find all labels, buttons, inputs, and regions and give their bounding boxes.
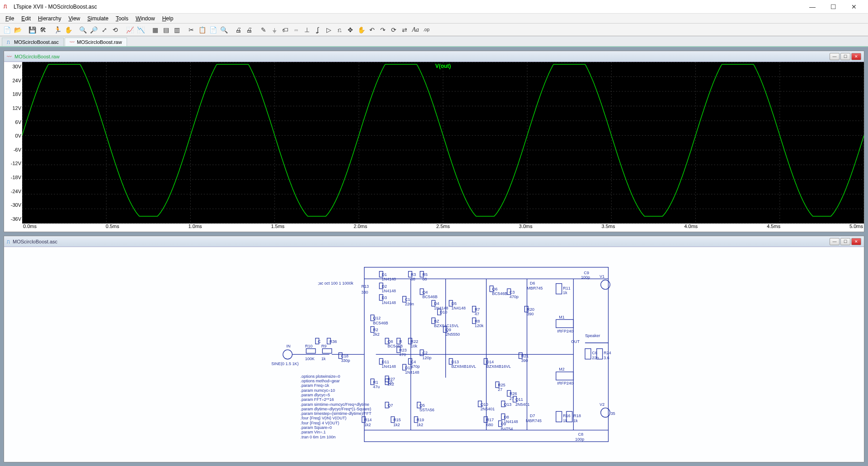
svg-text:1k: 1k xyxy=(321,357,326,361)
menu-file[interactable]: File xyxy=(2,14,18,23)
paste-button[interactable]: 📄 xyxy=(208,25,218,35)
resistor-button[interactable]: ⎓ xyxy=(291,25,301,35)
inductor-button[interactable]: ʆ xyxy=(313,25,323,35)
print-button[interactable]: 🖨 xyxy=(233,25,243,35)
save-button[interactable]: 💾 xyxy=(27,25,37,35)
svg-rect-31 xyxy=(322,349,332,353)
menu-tools[interactable]: Tools xyxy=(112,14,132,23)
menu-hierarchy[interactable]: Hierarchy xyxy=(34,14,65,23)
autorange-button[interactable]: 📈 xyxy=(125,25,135,35)
waveform-minimize-button[interactable]: — xyxy=(830,53,840,60)
menu-simulate[interactable]: Simulate xyxy=(84,14,112,23)
mdi-workspace: 〰 MOScircloBoost.raw — ☐ ✕ 30V 24V 18V 1… xyxy=(0,47,868,466)
pick-visible-traces-button[interactable]: 📉 xyxy=(136,25,146,35)
tab-label: MOScircloBoost.asc xyxy=(14,39,59,45)
tab-label: MOScircloBoost.raw xyxy=(77,39,122,45)
ground-button[interactable]: ⏚ xyxy=(269,25,279,35)
svg-text:;ac oct 100 1 1000k: ;ac oct 100 1 1000k xyxy=(318,281,354,285)
svg-text:C8: C8 xyxy=(578,432,584,437)
copy-button[interactable]: 📋 xyxy=(197,25,207,35)
svg-rect-28 xyxy=(306,349,316,353)
schematic-maximize-button[interactable]: ☐ xyxy=(840,238,850,245)
svg-text:.param FFT=2**16: .param FFT=2**16 xyxy=(300,397,334,402)
svg-text:1N4148: 1N4148 xyxy=(382,277,396,281)
close-button[interactable]: ✕ xyxy=(844,0,864,14)
svg-text:R1: R1 xyxy=(373,380,378,385)
svg-text:BZX84B16VL: BZX84B16VL xyxy=(452,364,476,369)
menu-window[interactable]: Window xyxy=(132,14,159,23)
minimize-button[interactable]: — xyxy=(802,0,823,14)
schematic-titlebar[interactable]: ⎍ MOScircloBoost.asc — ☐ ✕ xyxy=(4,236,864,247)
waveform-titlebar[interactable]: 〰 MOScircloBoost.raw — ☐ ✕ xyxy=(4,51,864,62)
svg-text:27: 27 xyxy=(509,396,514,401)
svg-text:SSTA56: SSTA56 xyxy=(420,408,434,412)
schematic-svg: SINE(0 1.5 1K) IN R10100K R91k D11N4148D… xyxy=(4,247,864,462)
schematic-icon: ⎍ xyxy=(7,39,12,45)
svg-text:D5: D5 xyxy=(452,301,457,306)
capacitor-button[interactable]: ⊥ xyxy=(302,25,312,35)
text-button[interactable]: Aa xyxy=(410,25,420,35)
maximize-button[interactable]: ☐ xyxy=(823,0,844,14)
waveform-close-button[interactable]: ✕ xyxy=(851,53,861,60)
cascade-windows-button[interactable]: ▤ xyxy=(161,25,171,35)
zoom-back-button[interactable]: ⟲ xyxy=(110,25,120,35)
label-net-button[interactable]: 🏷 xyxy=(280,25,290,35)
y-tick: -12V xyxy=(4,161,21,166)
undo-button[interactable]: ↶ xyxy=(367,25,377,35)
mirror-button[interactable]: ⇄ xyxy=(400,25,410,35)
y-tick: 24V xyxy=(4,78,21,83)
schematic-close-button[interactable]: ✕ xyxy=(851,238,861,245)
plot-body: 30V 24V 18V 12V 6V 0V -6V -12V -18V -24V… xyxy=(4,62,864,223)
svg-text:R10: R10 xyxy=(305,344,312,348)
drag-button[interactable]: ✋ xyxy=(356,25,366,35)
tile-windows-button[interactable]: ▦ xyxy=(150,25,160,35)
redo-button[interactable]: ↷ xyxy=(378,25,388,35)
window-title: LTspice XVII - MOScircloBoost.asc xyxy=(14,4,802,10)
svg-text:100p: 100p xyxy=(581,275,590,280)
control-panel-button[interactable]: 🛠 xyxy=(38,25,48,35)
svg-text:.param Vin=.1: .param Vin=.1 xyxy=(300,430,326,434)
x-tick: 2.5ms xyxy=(436,223,450,232)
move-button[interactable]: ✥ xyxy=(345,25,355,35)
menu-help[interactable]: Help xyxy=(159,14,177,23)
svg-point-228 xyxy=(601,280,610,290)
zoom-in-button[interactable]: 🔍 xyxy=(78,25,88,35)
schematic-minimize-button[interactable]: — xyxy=(830,238,840,245)
spice-directive-button[interactable]: .op xyxy=(421,25,431,35)
menu-view[interactable]: View xyxy=(65,14,84,23)
new-schematic-button[interactable]: 📄 xyxy=(2,25,12,35)
open-button[interactable]: 📂 xyxy=(13,25,23,35)
plot-x-axis[interactable]: 0.0ms 0.5ms 1.0ms 1.5ms 2.0ms 2.5ms 3.0m… xyxy=(22,223,864,232)
svg-text:27: 27 xyxy=(498,388,502,392)
svg-text:2N5550: 2N5550 xyxy=(446,332,460,337)
svg-text:330: 330 xyxy=(361,290,368,295)
halt-button[interactable]: ✋ xyxy=(63,25,73,35)
print-setup-button[interactable]: 🖨 xyxy=(244,25,254,35)
tab-waveform[interactable]: 〰 MOScircloBoost.raw xyxy=(65,38,127,46)
zoom-extents-button[interactable]: ⤢ xyxy=(99,25,109,35)
component-button[interactable]: ⎌ xyxy=(335,25,344,35)
rotate-button[interactable]: ⟳ xyxy=(389,25,399,35)
run-button[interactable]: 🏃 xyxy=(52,25,62,35)
find-button[interactable]: 🔍 xyxy=(219,25,229,35)
waveform-maximize-button[interactable]: ☐ xyxy=(840,53,850,60)
svg-rect-205 xyxy=(556,411,562,422)
menu-edit[interactable]: Edit xyxy=(18,14,34,23)
svg-text:BC546B: BC546B xyxy=(373,321,388,325)
draw-wire-button[interactable]: ✎ xyxy=(259,25,269,35)
cut-button[interactable]: ✂ xyxy=(186,25,196,35)
trace-label[interactable]: V(out) xyxy=(435,63,451,69)
close-window-button[interactable]: ▥ xyxy=(172,25,182,35)
svg-text:.param dlytime=dlycyc/Freq*(1-: .param dlytime=dlycyc/Freq*(1-Square) xyxy=(300,407,371,411)
svg-text:R: R xyxy=(399,339,402,344)
tab-schematic[interactable]: ⎍ MOScircloBoost.asc xyxy=(2,38,64,46)
zoom-out-button[interactable]: 🔎 xyxy=(89,25,99,35)
waveform-window: 〰 MOScircloBoost.raw — ☐ ✕ 30V 24V 18V 1… xyxy=(4,51,864,232)
plot-y-axis[interactable]: 30V 24V 18V 12V 6V 0V -6V -12V -18V -24V… xyxy=(4,62,22,223)
svg-text:68: 68 xyxy=(411,277,415,281)
plot-canvas xyxy=(22,62,864,223)
svg-text:C1: C1 xyxy=(405,297,410,302)
schematic-canvas[interactable]: SINE(0 1.5 1K) IN R10100K R91k D11N4148D… xyxy=(4,247,864,462)
plot-area[interactable]: V(out) xyxy=(22,62,864,223)
diode-button[interactable]: ▷ xyxy=(324,25,334,35)
